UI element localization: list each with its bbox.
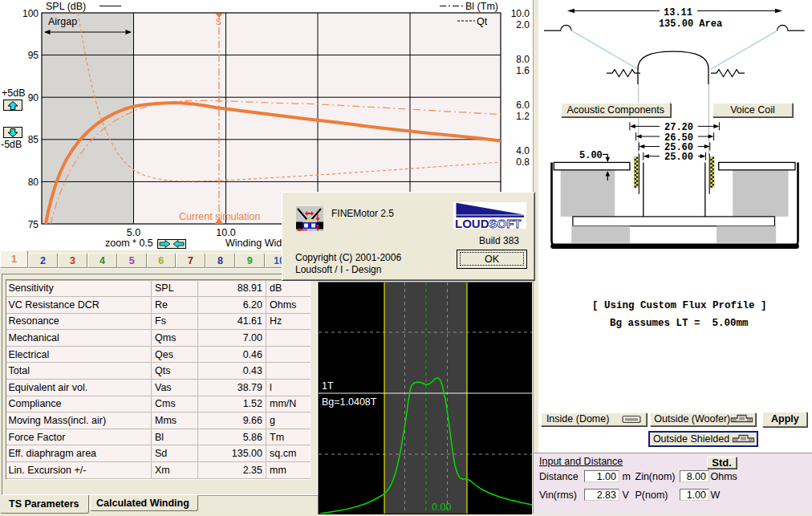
svg-text:100: 100 — [22, 8, 39, 19]
svg-text:Current simulation: Current simulation — [179, 211, 260, 222]
svg-text:95: 95 — [28, 50, 39, 61]
svg-text:0.8: 0.8 — [516, 156, 530, 168]
svg-text:10.0: 10.0 — [216, 227, 235, 238]
svg-text:90: 90 — [28, 92, 39, 104]
svg-text:1.6: 1.6 — [516, 65, 530, 76]
svg-text:4.0: 4.0 — [516, 145, 530, 156]
svg-text:Qt: Qt — [477, 16, 488, 27]
svg-text:S: S — [216, 17, 221, 26]
svg-text:Winding Width: Winding Width — [225, 238, 290, 249]
svg-text:zoom * 0.5: zoom * 0.5 — [105, 238, 153, 249]
svg-text:25.00: 25.00 — [664, 152, 693, 163]
svg-text:2.0: 2.0 — [516, 19, 530, 30]
svg-text:5.00: 5.00 — [579, 150, 603, 161]
svg-text:Bl (Tm): Bl (Tm) — [465, 1, 498, 12]
svg-text:10.0: 10.0 — [511, 8, 530, 19]
svg-text:Bg=1.0408T: Bg=1.0408T — [322, 396, 377, 408]
svg-text:1.2: 1.2 — [516, 111, 530, 122]
svg-text:SPL (dB): SPL (dB) — [46, 1, 86, 12]
svg-text:85: 85 — [28, 134, 39, 145]
svg-text:Airgap: Airgap — [48, 16, 77, 27]
svg-text:1T: 1T — [322, 380, 334, 392]
svg-text:13.11: 13.11 — [664, 7, 692, 18]
svg-text:75: 75 — [28, 219, 39, 230]
svg-text:0.00: 0.00 — [432, 502, 451, 513]
svg-text:135.00 Area: 135.00 Area — [659, 18, 722, 30]
svg-text:8.0: 8.0 — [516, 54, 530, 65]
svg-text:80: 80 — [28, 177, 39, 188]
svg-text:6.0: 6.0 — [516, 100, 530, 111]
svg-text:5.0: 5.0 — [127, 227, 140, 238]
